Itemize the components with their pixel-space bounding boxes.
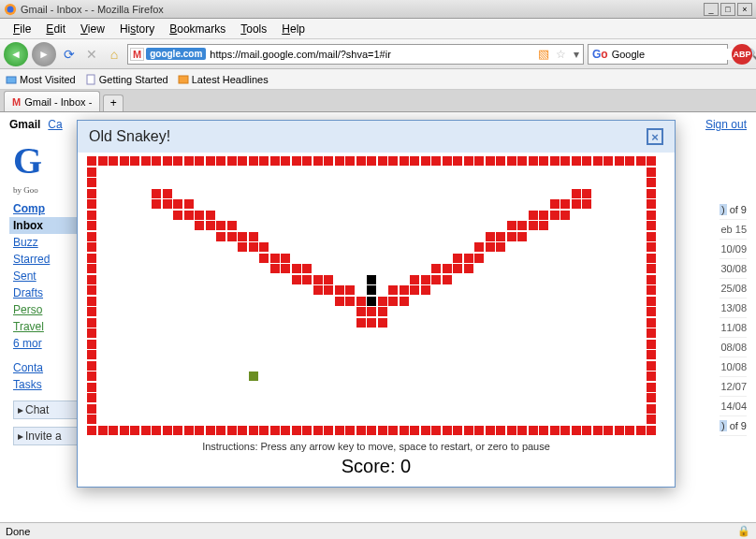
gmail-top-link[interactable]: Ca: [48, 118, 62, 131]
wall-block: [335, 285, 344, 295]
stop-button[interactable]: ✕: [82, 45, 101, 64]
back-button[interactable]: ◄: [4, 42, 28, 66]
forward-button[interactable]: ►: [32, 42, 56, 66]
folder-inbox[interactable]: Inbox: [9, 217, 79, 234]
wall-block: [378, 307, 387, 316]
wall-block: [400, 297, 409, 306]
wall-block: [647, 254, 656, 263]
menu-file[interactable]: File: [6, 21, 38, 37]
search-engine-icon[interactable]: Go: [589, 48, 612, 61]
reload-button[interactable]: ⟳: [60, 45, 79, 64]
menu-edit[interactable]: Edit: [38, 21, 73, 37]
wall-block: [582, 199, 591, 209]
adblock-icon[interactable]: ABP: [732, 44, 752, 65]
search-input[interactable]: [612, 49, 741, 60]
wall-block: [410, 426, 419, 435]
wall-block: [313, 426, 323, 435]
wall-block: [647, 232, 656, 241]
home-button[interactable]: ⌂: [105, 45, 124, 64]
mail-date: eb 15: [720, 220, 747, 240]
wall-block: [227, 426, 237, 435]
contacts-link[interactable]: Conta: [13, 359, 79, 376]
new-tab-button[interactable]: +: [103, 95, 124, 111]
wall-block: [572, 156, 581, 166]
bookmark-label: Most Visited: [20, 74, 76, 85]
tab-label: Gmail - Inbox -: [24, 96, 92, 108]
wall-block: [356, 307, 366, 316]
rss-icon[interactable]: ▧: [538, 47, 549, 61]
invite-section[interactable]: ▸Invite a: [13, 427, 79, 445]
label-personal[interactable]: Perso: [13, 301, 79, 318]
menu-history[interactable]: History: [112, 21, 162, 37]
wall-block: [410, 285, 419, 295]
wall-block: [313, 285, 323, 295]
wall-block: [87, 383, 96, 392]
bookmark-getting-started[interactable]: Getting Started: [85, 74, 168, 85]
wall-block: [486, 426, 495, 435]
wall-block: [400, 426, 409, 435]
minimize-button[interactable]: _: [704, 3, 719, 16]
wall-block: [216, 221, 225, 230]
wall-block: [474, 254, 484, 263]
wall-block: [87, 264, 96, 273]
wall-block: [496, 242, 505, 252]
folder-buzz[interactable]: Buzz: [13, 234, 79, 251]
wall-block: [647, 156, 656, 166]
game-board[interactable]: [87, 156, 663, 437]
search-box[interactable]: Go 🔍: [588, 44, 728, 65]
wall-block: [582, 426, 591, 435]
wall-block: [647, 371, 656, 381]
wall-block: [421, 156, 430, 166]
menu-help[interactable]: Help: [274, 21, 313, 37]
snakey-dialog: Old Snakey! × Instructions: Press any ar…: [77, 120, 676, 488]
wall-block: [647, 361, 656, 371]
tab-gmail[interactable]: M Gmail - Inbox -: [4, 91, 100, 111]
dialog-close-button[interactable]: ×: [647, 128, 663, 145]
wall-block: [421, 275, 430, 284]
wall-block: [87, 426, 96, 435]
wall-block: [615, 156, 624, 166]
folder-sent[interactable]: Sent: [13, 268, 79, 284]
more-labels[interactable]: 6 mor: [13, 335, 79, 352]
maximize-button[interactable]: □: [720, 3, 735, 16]
wall-block: [636, 426, 646, 435]
wall-block: [173, 426, 182, 435]
menu-view[interactable]: View: [73, 21, 112, 37]
wall-block: [335, 426, 344, 435]
navigation-toolbar: ◄ ► ⟳ ✕ ⌂ M google.com ▧ ☆ ▾ Go 🔍 ABP: [0, 39, 756, 69]
close-window-button[interactable]: ×: [737, 3, 752, 16]
gmail-tab-icon: M: [12, 96, 21, 108]
menu-bar: File Edit View History Bookmarks Tools H…: [0, 19, 756, 39]
bookmark-star-icon[interactable]: ☆: [552, 48, 570, 61]
wall-block: [615, 426, 624, 435]
bookmark-latest-headlines[interactable]: Latest Headlines: [178, 74, 269, 85]
wall-block: [87, 242, 96, 252]
mail-date: 10/08: [720, 357, 747, 377]
sign-out-link[interactable]: Sign out: [705, 118, 747, 131]
folder-drafts[interactable]: Drafts: [13, 284, 79, 301]
wall-block: [195, 221, 204, 230]
wall-block: [302, 156, 312, 166]
wall-block: [486, 242, 495, 252]
wall-block: [560, 156, 570, 166]
window-title: Gmail - Inbox - - Mozilla Firefox: [21, 4, 704, 15]
tasks-link[interactable]: Tasks: [13, 376, 79, 393]
gmail-logo: G by Goo: [13, 138, 42, 197]
menu-bookmarks[interactable]: Bookmarks: [162, 21, 233, 37]
wall-block: [281, 426, 290, 435]
wall-block: [647, 383, 656, 392]
wall-block: [388, 426, 398, 435]
wall-block: [87, 415, 96, 424]
label-travel[interactable]: Travel: [13, 318, 79, 335]
url-bar[interactable]: M google.com ▧ ☆ ▾: [127, 44, 584, 65]
compose-link[interactable]: Comp: [13, 200, 79, 217]
wall-block: [163, 426, 172, 435]
url-dropdown-icon[interactable]: ▾: [570, 48, 583, 61]
mail-date: 13/08: [720, 299, 747, 318]
url-input[interactable]: [208, 49, 535, 60]
menu-tools[interactable]: Tools: [233, 21, 274, 37]
wall-block: [388, 156, 398, 166]
chat-section[interactable]: ▸Chat: [13, 401, 79, 419]
folder-starred[interactable]: Starred: [13, 251, 79, 268]
bookmark-most-visited[interactable]: Most Visited: [6, 74, 76, 85]
